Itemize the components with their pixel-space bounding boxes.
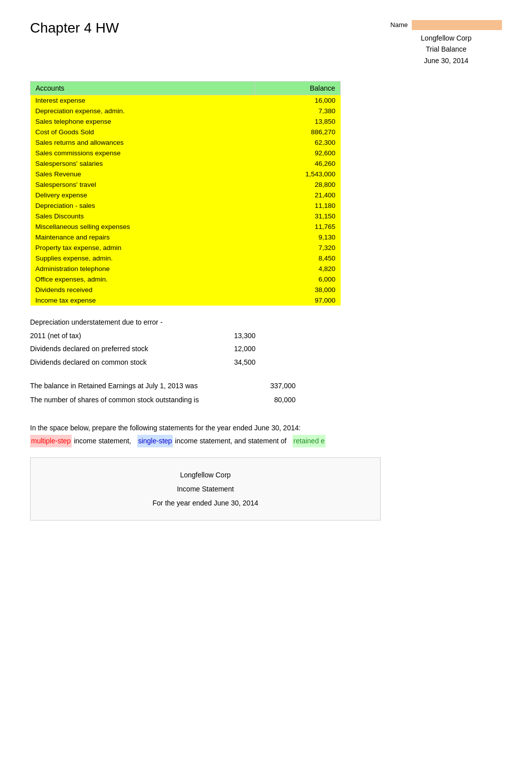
table-row: Depreciation - sales11,180: [31, 200, 341, 211]
name-label: Name: [390, 20, 408, 31]
trial-balance-header: Longfellow Corp Trial Balance June 30, 2…: [390, 33, 502, 66]
net-of-tax-row: 2011 (net of tax) 13,300: [30, 329, 502, 343]
shares-outstanding-row: The number of shares of common stock out…: [30, 393, 502, 407]
account-balance: 886,270: [254, 127, 340, 137]
table-row: Delivery expense21,400: [31, 190, 341, 200]
income-statement-box: Longfellow Corp Income Statement For the…: [30, 457, 381, 520]
account-balance: 6,000: [254, 274, 340, 285]
accounts-table: Accounts Balance Interest expense16,000D…: [30, 81, 341, 306]
company-name: Longfellow Corp: [390, 33, 502, 44]
retained-earnings-balance-value: 337,000: [255, 379, 296, 393]
text2: income statement, and statement of: [175, 435, 287, 447]
account-balance: 7,380: [254, 106, 340, 116]
account-name: Salespersons' salaries: [31, 158, 255, 169]
table-row: Sales returns and allowances62,300: [31, 137, 341, 148]
account-name: Cost of Goods Sold: [31, 127, 255, 137]
text1: income statement,: [74, 435, 131, 447]
account-balance: 7,320: [254, 242, 340, 253]
account-name: Sales Revenue: [31, 169, 255, 179]
account-name: Property tax expense, admin: [31, 242, 255, 253]
instructions-prefix: In the space below, prepare the followin…: [30, 422, 301, 434]
account-name: Sales Discounts: [31, 211, 255, 221]
account-balance: 1,543,000: [254, 169, 340, 179]
preferred-dividends-value: 12,000: [215, 342, 255, 356]
preferred-dividends-row: Dividends declared on preferred stock 12…: [30, 342, 502, 356]
account-balance: 62,300: [254, 137, 340, 148]
account-name: Dividends received: [31, 285, 255, 295]
depreciation-understatement-label: Depreciation understatement due to error…: [30, 316, 205, 329]
account-balance: 97,000: [254, 295, 340, 306]
account-balance: 21,400: [254, 190, 340, 200]
retained-earnings-balance-row: The balance in Retained Earnings at July…: [30, 379, 502, 393]
table-row: Salespersons' travel28,800: [31, 179, 341, 190]
multiple-step-highlight: multiple-step: [30, 435, 72, 447]
table-row: Administration telephone4,820: [31, 264, 341, 274]
account-name: Delivery expense: [31, 190, 255, 200]
document-date: June 30, 2014: [390, 55, 502, 66]
table-row: Sales Revenue1,543,000: [31, 169, 341, 179]
common-dividends-row: Dividends declared on common stock 34,50…: [30, 356, 502, 369]
instructions-section: In the space below, prepare the followin…: [30, 422, 502, 447]
retained-earnings-balance-label: The balance in Retained Earnings at July…: [30, 379, 255, 393]
name-highlight-box: [412, 20, 502, 30]
account-name: Administration telephone: [31, 264, 255, 274]
table-row: Dividends received38,000: [31, 285, 341, 295]
table-row: Maintenance and repairs9,130: [31, 232, 341, 242]
chapter-title-container: Chapter 4 HW: [30, 20, 119, 36]
account-balance: 4,820: [254, 264, 340, 274]
chapter-title: Chapter 4 HW: [30, 20, 119, 36]
col-header-accounts: Accounts: [31, 81, 255, 95]
account-name: Salespersons' travel: [31, 179, 255, 190]
shares-outstanding-value: 80,000: [255, 393, 296, 407]
non-highlighted-section: Depreciation understatement due to error…: [30, 316, 502, 369]
shares-outstanding-label: The number of shares of common stock out…: [30, 393, 255, 407]
account-name: Sales commissions expense: [31, 148, 255, 158]
account-name: Supplies expense, admin.: [31, 253, 255, 264]
name-row: Name: [390, 20, 502, 31]
account-name: Office expenses, admin.: [31, 274, 255, 285]
account-balance: 13,850: [254, 116, 340, 127]
account-name: Maintenance and repairs: [31, 232, 255, 242]
table-row: Supplies expense, admin.8,450: [31, 253, 341, 264]
account-balance: 16,000: [254, 95, 340, 106]
table-row: Sales telephone expense13,850: [31, 116, 341, 127]
table-row: Miscellaneous selling expenses11,765: [31, 221, 341, 232]
account-name: Miscellaneous selling expenses: [31, 221, 255, 232]
account-name: Income tax expense: [31, 295, 255, 306]
income-statement-title: Income Statement: [41, 482, 370, 496]
account-name: Interest expense: [31, 95, 255, 106]
table-row: Depreciation expense, admin.7,380: [31, 106, 341, 116]
top-section: Chapter 4 HW Name Longfellow Corp Trial …: [30, 20, 502, 66]
account-balance: 9,130: [254, 232, 340, 242]
table-row: Sales commissions expense92,600: [31, 148, 341, 158]
net-of-tax-label: 2011 (net of tax): [30, 329, 205, 343]
net-of-tax-value: 13,300: [215, 329, 255, 343]
table-row: Cost of Goods Sold886,270: [31, 127, 341, 137]
account-balance: 92,600: [254, 148, 340, 158]
table-row: Property tax expense, admin7,320: [31, 242, 341, 253]
table-row: Income tax expense97,000: [31, 295, 341, 306]
accounts-table-container: Accounts Balance Interest expense16,000D…: [30, 81, 502, 306]
account-name: Sales returns and allowances: [31, 137, 255, 148]
document-type: Trial Balance: [390, 44, 502, 55]
retained-highlight: retained e: [293, 435, 326, 447]
retained-earnings-section: The balance in Retained Earnings at July…: [30, 379, 502, 407]
instructions-text: In the space below, prepare the followin…: [30, 422, 502, 434]
account-name: Depreciation expense, admin.: [31, 106, 255, 116]
common-dividends-value: 34,500: [215, 356, 255, 369]
account-name: Sales telephone expense: [31, 116, 255, 127]
account-balance: 31,150: [254, 211, 340, 221]
table-row: Sales Discounts31,150: [31, 211, 341, 221]
table-row: Salespersons' salaries46,260: [31, 158, 341, 169]
account-balance: 38,000: [254, 285, 340, 295]
single-step-highlight: single-step: [137, 435, 173, 447]
account-balance: 8,450: [254, 253, 340, 264]
account-balance: 11,180: [254, 200, 340, 211]
preferred-dividends-label: Dividends declared on preferred stock: [30, 342, 205, 356]
account-balance: 11,765: [254, 221, 340, 232]
account-name: Depreciation - sales: [31, 200, 255, 211]
income-statement-company: Longfellow Corp: [41, 468, 370, 482]
col-header-balance: Balance: [254, 81, 340, 95]
account-balance: 46,260: [254, 158, 340, 169]
table-row: Interest expense16,000: [31, 95, 341, 106]
